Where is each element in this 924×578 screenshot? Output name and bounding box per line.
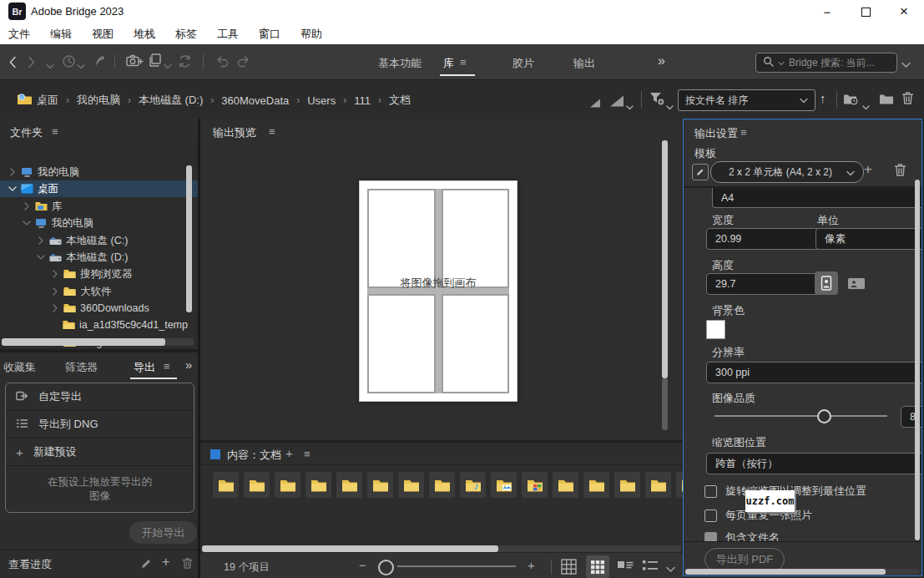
workspace-tab-essentials[interactable]: 基本功能 — [378, 56, 422, 71]
preview-vscrollbar-segment[interactable] — [662, 378, 668, 430]
export-drop-area[interactable]: 在预设上拖放要导出的 图像 — [6, 466, 194, 513]
list-view-icon[interactable] — [643, 560, 659, 575]
tree-item-sogou[interactable]: 搜狗浏览器 — [0, 266, 198, 282]
template-add-icon[interactable]: + — [864, 161, 872, 178]
breadcrumb-drive-d[interactable]: 本地磁盘 (D:) — [139, 93, 203, 108]
output-settings-menu-icon[interactable]: ≡ — [740, 126, 747, 139]
thumbnail-folder[interactable] — [645, 472, 671, 498]
breadcrumb-users[interactable]: Users — [307, 94, 336, 107]
rotate-checkbox[interactable] — [704, 485, 717, 498]
workspace-tab-filmstrip[interactable]: 胶片 — [512, 56, 534, 71]
thumbnail-folder[interactable] — [336, 472, 362, 498]
refresh-icon[interactable] — [178, 54, 192, 71]
undo-icon[interactable] — [215, 55, 230, 70]
left-tabs-overflow-icon[interactable]: » — [185, 357, 192, 372]
get-photos-camera-icon[interactable] — [126, 53, 144, 71]
quality-hq-icon[interactable] — [609, 95, 624, 109]
workspace-tab-output[interactable]: 输出 — [573, 56, 595, 71]
preview-page-canvas[interactable] — [359, 180, 518, 402]
thumbnail-folder[interactable] — [676, 472, 683, 498]
menu-tools[interactable]: 工具 — [217, 27, 239, 42]
folders-hscrollbar-track[interactable] — [2, 338, 194, 346]
tree-item-360downloads[interactable]: 360Downloads — [0, 300, 198, 317]
tree-item-computer[interactable]: 我的电脑 — [0, 164, 198, 180]
breadcrumb-computer[interactable]: 我的电脑 — [77, 93, 120, 108]
tree-item-libraries[interactable]: 库 — [0, 198, 198, 215]
portrait-orientation-button[interactable] — [815, 271, 838, 295]
tab-export[interactable]: 导出 — [134, 360, 155, 375]
export-pdf-button[interactable]: 导出到 PDF — [704, 548, 785, 571]
tree-item-desktop[interactable]: 桌面 — [0, 180, 198, 197]
thumbnail-folder[interactable] — [244, 472, 270, 498]
maximize-button[interactable] — [846, 0, 885, 23]
details-view-icon[interactable] — [618, 560, 634, 576]
tree-item-dasoftware[interactable]: 大软件 — [0, 283, 198, 300]
new-folder-icon[interactable] — [879, 93, 895, 108]
content-menu-icon[interactable]: ≡ — [304, 448, 311, 460]
tree-item-drive-c[interactable]: 本地磁盘 (C:) — [0, 232, 198, 249]
workspace-tab-libraries[interactable]: 库 — [443, 56, 454, 71]
quality-dropdown-icon[interactable] — [626, 100, 634, 113]
redo-icon[interactable] — [236, 55, 250, 70]
start-export-button[interactable]: 开始导出 — [129, 521, 197, 544]
sort-dropdown[interactable]: 按文件名 排序 — [678, 89, 815, 111]
output-preview-menu-icon[interactable]: ≡ — [269, 125, 275, 138]
minimize-button[interactable]: − — [808, 0, 846, 23]
thumbnail-folder[interactable] — [583, 472, 609, 498]
batch-copy-icon[interactable] — [148, 53, 162, 70]
folders-hscrollbar-thumb[interactable] — [2, 338, 165, 346]
back-icon[interactable] — [8, 56, 17, 71]
filter-icon[interactable] — [649, 92, 664, 109]
placement-dropdown[interactable]: 跨首（按行） — [706, 453, 922, 474]
content-add-icon[interactable]: + — [285, 446, 293, 460]
recent-folder-dropdown-icon[interactable] — [862, 100, 870, 113]
thumbnails-view-button[interactable] — [586, 555, 609, 578]
thumbnail-pictures-folder[interactable] — [491, 472, 517, 498]
tab-filter[interactable]: 筛选器 — [65, 360, 98, 375]
thumbnail-folder[interactable] — [398, 472, 424, 498]
boomerang-icon[interactable] — [92, 54, 106, 71]
output-vscrollbar[interactable] — [915, 180, 920, 540]
output-hscrollbar-thumb[interactable] — [685, 569, 886, 575]
preview-vscrollbar[interactable] — [662, 140, 668, 378]
content-hscrollbar-thumb[interactable] — [202, 545, 498, 552]
thumbnail-folder[interactable] — [213, 472, 239, 498]
export-tab-menu-icon[interactable]: ≡ — [164, 360, 170, 373]
tree-item-ia-temp[interactable]: ia_a1d3f5c9c4d1_temp — [0, 317, 198, 333]
thumbnail-folder[interactable] — [429, 472, 455, 498]
workspace-overflow-icon[interactable]: » — [658, 53, 665, 68]
breadcrumb-documents[interactable]: 文档 — [389, 93, 411, 108]
export-item-custom[interactable]: 自定导出 — [6, 383, 194, 411]
forward-icon[interactable] — [28, 56, 36, 71]
zoom-in-icon[interactable]: + — [528, 558, 535, 572]
quality-slider-knob[interactable] — [817, 409, 831, 423]
repeat-checkbox[interactable] — [704, 510, 717, 522]
content-hscrollbar-track[interactable] — [202, 545, 681, 552]
landscape-orientation-button[interactable] — [845, 274, 868, 292]
thumbnail-music-folder[interactable]: ♪ — [460, 472, 486, 498]
width-input[interactable]: 20.99 — [706, 228, 825, 250]
thumbnail-folder[interactable] — [553, 472, 578, 498]
template-dropdown[interactable]: 2 x 2 单元格 (A4, 2 x 2) — [710, 161, 864, 183]
thumbnail-size-slider-knob[interactable] — [378, 560, 394, 575]
resolution-dropdown[interactable]: 300 ppi — [706, 362, 922, 383]
add-preset-icon[interactable]: + — [162, 555, 169, 570]
thumbnail-apps-folder[interactable] — [522, 472, 548, 498]
quality-slider-track[interactable] — [714, 415, 887, 417]
height-input[interactable]: 29.7 — [706, 273, 825, 295]
unit-dropdown[interactable]: 像素 — [815, 228, 922, 250]
output-hscrollbar-track[interactable] — [685, 569, 919, 575]
zoom-out-icon[interactable]: − — [359, 558, 366, 572]
template-edit-button[interactable] — [692, 164, 709, 180]
edit-pencil-icon[interactable] — [140, 558, 152, 572]
nav-dropdown-icon[interactable] — [46, 59, 54, 72]
grid-view-icon[interactable] — [561, 559, 577, 577]
page-size-dropdown[interactable]: A4 — [712, 188, 922, 208]
thumbnail-folder[interactable] — [275, 472, 300, 498]
folders-vscrollbar[interactable] — [186, 165, 192, 312]
export-item-new-preset[interactable]: + 新建预设 — [6, 439, 194, 466]
menu-label[interactable]: 标签 — [175, 27, 197, 42]
sort-ascending-icon[interactable]: ↑ — [820, 91, 826, 105]
template-delete-trash-icon[interactable] — [894, 163, 906, 180]
batch-copy-dropdown-icon[interactable] — [164, 59, 172, 72]
